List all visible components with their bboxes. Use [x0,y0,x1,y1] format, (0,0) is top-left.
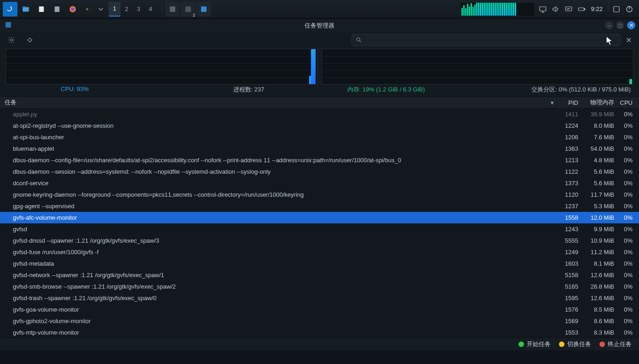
table-row[interactable]: gvfsd-trash --spawner :1.21 /org/gtk/gvf… [0,292,639,304]
svg-point-17 [11,39,12,41]
maximize-button[interactable]: ◻ [616,21,624,29]
show-desktop-icon[interactable] [610,2,622,17]
cell-cpu: 0% [617,249,639,256]
cell-task: gvfs-gphoto2-volume-monitor [0,318,547,324]
chat-icon[interactable] [563,2,575,17]
table-row[interactable]: at-spi-bus-launcher12067.6 MiB0% [0,131,639,143]
divider [608,2,609,11]
table-row[interactable]: gvfsd12439.9 MiB0% [0,223,639,235]
column-cpu[interactable]: CPU [617,99,639,106]
cell-cpu: 0% [617,111,639,118]
cell-memory: 36.9 MiB [581,111,617,118]
cell-memory: 12.0 MiB [581,214,617,221]
switch-task-button[interactable]: 切换任务 [559,340,591,348]
column-task[interactable]: 任务 [0,98,547,107]
svg-rect-3 [55,6,60,12]
cell-memory: 8.5 MiB [581,306,617,313]
svg-point-18 [29,39,32,42]
cell-task: dbus-daemon --config-file=/usr/share/def… [0,157,547,164]
workspace-2[interactable]: 2 [121,2,132,17]
settings-icon[interactable] [6,34,17,46]
running-app-2[interactable]: 2 [181,2,196,17]
workspace-1[interactable]: 1 [109,2,121,17]
cell-pid: 1122 [557,168,581,175]
cell-pid: 1237 [557,203,581,210]
table-row[interactable]: gvfs-gphoto2-volume-monitor15698.6 MiB0% [0,315,639,327]
window-titlebar[interactable]: 任务管理器 – ◻ ✕ [0,18,639,32]
memory-graph[interactable] [322,49,634,85]
table-row[interactable]: dconf-service13735.6 MiB0% [0,177,639,189]
cell-cpu: 0% [617,318,639,324]
cell-cpu: 0% [617,214,639,221]
table-row[interactable]: gvfsd-smb-browse --spawner :1.21 /org/gt… [0,281,639,292]
table-row[interactable]: gvfs-afc-volume-monitor155812.0 MiB0% [0,212,639,223]
svg-point-19 [357,38,360,41]
column-pid[interactable]: PID [557,99,581,106]
volume-icon[interactable] [550,2,562,17]
table-row[interactable]: gvfsd-dnssd --spawner :1.21 /org/gtk/gvf… [0,235,639,246]
cell-task: dbus-daemon --session --address=systemd:… [0,168,547,175]
start-task-button[interactable]: 开始任务 [518,340,551,348]
search-field[interactable] [351,34,621,46]
table-row[interactable]: gnome-keyring-daemon --foreground --comp… [0,189,639,200]
cell-task: gnome-keyring-daemon --foreground --comp… [0,191,547,198]
cell-pid: 5555 [557,237,581,244]
running-app-1[interactable] [165,2,180,17]
clear-search-button[interactable]: ✕ [623,35,633,45]
running-app-taskmgr[interactable] [196,2,211,17]
cell-task: blueman-applet [0,145,547,152]
process-table[interactable]: applet.py141136.9 MiB0%at-spi2-registryd… [0,108,639,337]
cpu-graph[interactable] [6,49,318,85]
cell-memory: 26.8 MiB [581,283,617,290]
cell-memory: 11.7 MiB [581,191,617,198]
table-header: 任务 ▾ PID 物理内存 CPU [0,97,639,108]
file-manager-icon[interactable] [18,2,33,17]
cell-cpu: 0% [617,191,639,198]
table-row[interactable]: gvfs-goa-volume-monitor15768.5 MiB0% [0,304,639,315]
close-button[interactable]: ✕ [627,21,635,29]
table-row[interactable]: gvfs-mtp-volume-monitor15538.3 MiB0% [0,327,639,337]
locate-icon[interactable] [24,34,36,46]
clock[interactable]: 9:22 [588,2,605,17]
table-row[interactable]: applet.py141136.9 MiB0% [0,108,639,120]
table-row[interactable]: blueman-applet136354.0 MiB0% [0,143,639,154]
power-icon[interactable] [623,2,635,17]
start-menu-button[interactable] [3,2,17,17]
cell-memory: 4.8 MiB [581,157,617,164]
table-row[interactable]: dbus-daemon --session --address=systemd:… [0,166,639,177]
minimize-button[interactable]: – [605,21,613,29]
cell-pid: 1569 [557,318,581,324]
terminal-dropdown-icon[interactable] [97,2,105,17]
process-count-label: 进程数: 237 [233,85,265,94]
cell-pid: 1249 [557,249,581,256]
search-input[interactable] [366,37,616,44]
cell-cpu: 0% [617,237,639,244]
battery-icon[interactable] [576,2,587,17]
firefox-icon[interactable] [65,2,80,17]
cell-pid: 1213 [557,157,581,164]
table-row[interactable]: at-spi2-registryd --use-gnome-session122… [0,120,639,131]
table-row[interactable]: gvfsd-fuse /run/user/1000/gvfs -f124911.… [0,246,639,258]
column-memory[interactable]: 物理内存 [581,98,617,107]
notes-icon[interactable] [50,2,64,17]
table-row[interactable]: gvfsd-network --spawner :1.21 /org/gtk/g… [0,269,639,281]
table-row[interactable]: dbus-daemon --config-file=/usr/share/def… [0,154,639,166]
cpu-usage-graph-tray[interactable] [461,3,534,16]
resource-graphs [0,48,639,85]
cell-pid: 1595 [557,295,581,301]
display-icon[interactable] [537,2,549,17]
table-row[interactable]: gpg-agent --supervised12375.3 MiB0% [0,200,639,212]
sort-indicator-icon[interactable]: ▾ [547,99,557,106]
end-task-button[interactable]: 终止任务 [599,340,632,348]
cell-pid: 1243 [557,226,581,233]
cell-cpu: 0% [617,145,639,152]
workspace-4[interactable]: 4 [144,2,156,17]
cell-task: gvfsd-metadata [0,260,547,267]
files-icon[interactable] [34,2,49,17]
cell-memory: 7.6 MiB [581,134,617,141]
svg-point-5 [71,7,75,11]
table-row[interactable]: gvfsd-metadata16038.1 MiB0% [0,258,639,269]
workspace-3[interactable]: 3 [132,2,144,17]
cell-pid: 1411 [557,111,581,118]
terminal-icon[interactable] [81,2,96,17]
